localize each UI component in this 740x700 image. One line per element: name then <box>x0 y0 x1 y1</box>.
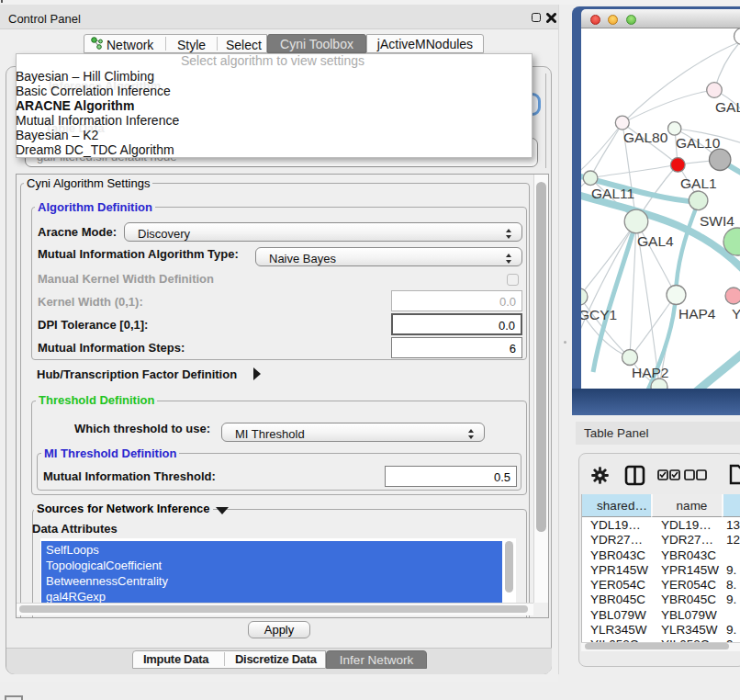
svg-text:SWI4: SWI4 <box>700 213 734 229</box>
svg-text:GAL80: GAL80 <box>623 130 668 145</box>
svg-text:Y: Y <box>732 306 740 322</box>
svg-text:HAP4: HAP4 <box>678 306 716 322</box>
svg-text:GAL11: GAL11 <box>591 186 634 201</box>
svg-text:GAL: GAL <box>715 99 740 115</box>
svg-text:HAP2: HAP2 <box>632 365 669 380</box>
svg-text:GAL4: GAL4 <box>637 233 674 249</box>
svg-text:GCY1: GCY1 <box>581 307 617 322</box>
svg-text:GAL10: GAL10 <box>676 135 721 151</box>
svg-text:GAL1: GAL1 <box>680 175 717 191</box>
